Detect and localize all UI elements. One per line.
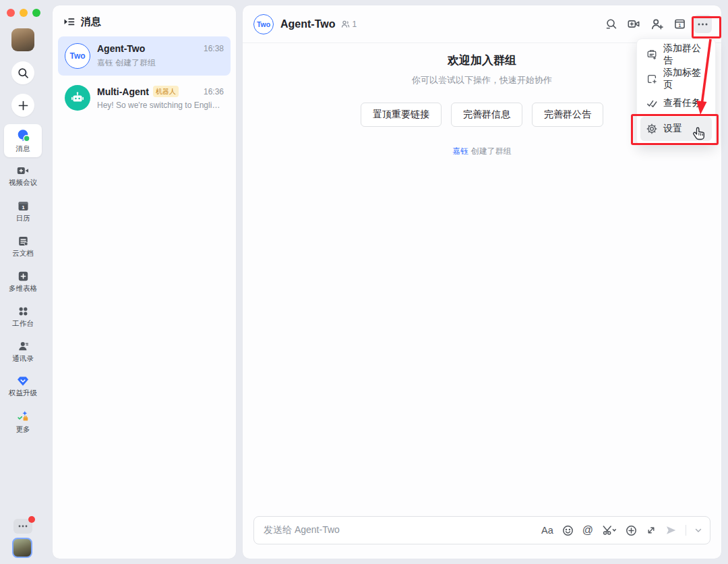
sidebar-item-messages[interactable]: 消息 — [4, 124, 42, 157]
chat-name: Agent-Two — [97, 43, 145, 54]
sidebar-item-workbench[interactable]: 工作台 — [4, 300, 42, 333]
ellipsis-icon — [18, 525, 28, 528]
person-add-icon — [651, 18, 663, 30]
chat-time: 16:38 — [204, 44, 224, 53]
sidebar-item-label: 消息 — [16, 144, 30, 154]
messages-icon — [16, 128, 30, 142]
contacts-icon — [18, 341, 29, 352]
sidebar-item-contacts[interactable]: 通讯录 — [4, 335, 42, 368]
upgrade-icon — [17, 376, 29, 387]
sidebar-item-label: 视频会议 — [9, 178, 37, 188]
window-controls — [7, 9, 40, 17]
search-button[interactable] — [11, 61, 34, 84]
settings-icon — [646, 123, 657, 134]
message-composer[interactable]: 发送给 Agent-Two Aa @ — [253, 516, 710, 544]
more-actions-menu: 添加群公告 添加标签页 查看任务 — [636, 38, 716, 146]
screenshot-icon[interactable] — [602, 525, 617, 536]
sidebar-item-label: 通讯录 — [12, 354, 34, 364]
svg-text:1: 1 — [679, 23, 681, 28]
minimize-button[interactable] — [20, 9, 28, 17]
complete-group-info-button[interactable]: 完善群信息 — [451, 103, 522, 127]
menu-item-label: 添加群公告 — [663, 43, 706, 67]
group-tab-button[interactable]: 1 — [671, 15, 689, 33]
menu-item-view-tasks[interactable]: 查看任务 — [637, 91, 715, 115]
collapse-list-icon[interactable] — [63, 17, 75, 27]
base-table-icon — [18, 271, 29, 282]
mention-icon[interactable]: @ — [582, 524, 593, 536]
complete-announcement-button[interactable]: 完善群公告 — [532, 103, 603, 127]
sidebar-item-more[interactable]: 更多 — [4, 405, 42, 438]
system-message-user[interactable]: 嘉钰 — [452, 146, 468, 156]
member-icon — [341, 20, 350, 28]
sidebar-nav: 消息 视频会议 1 日历 — [3, 124, 43, 438]
zoom-button[interactable] — [32, 9, 40, 17]
chat-list-panel: 消息 Two Agent-Two 16:38 嘉钰 创建了群组 — [53, 5, 236, 559]
tasks-icon — [646, 98, 657, 109]
robot-icon — [69, 90, 86, 106]
menu-item-add-announcement[interactable]: 添加群公告 — [637, 43, 715, 67]
app-sidebar: 消息 视频会议 1 日历 — [0, 0, 46, 564]
chat-avatar — [65, 85, 90, 111]
chat-avatar: Two — [65, 43, 90, 69]
sidebar-item-upgrade[interactable]: 权益升级 — [4, 370, 42, 403]
member-count-value: 1 — [352, 20, 357, 29]
ellipsis-icon — [698, 23, 708, 26]
chat-list-header: 消息 — [53, 5, 236, 36]
sidebar-more-button[interactable] — [13, 519, 32, 534]
menu-item-label: 设置 — [663, 123, 682, 135]
plus-icon — [18, 100, 29, 111]
sidebar-item-label: 多维表格 — [9, 284, 37, 293]
composer-toolbar: Aa @ — [541, 524, 702, 536]
chat-list-item-multi-agent[interactable]: Multi-Agent 机器人 16:36 Hey! So we're swit… — [58, 78, 231, 117]
menu-item-settings[interactable]: 设置 — [640, 117, 712, 141]
tab-calendar-icon: 1 — [674, 18, 686, 30]
chat-preview: Hey! So we're switching to English ... — [97, 101, 224, 110]
system-message-text: 创建了群组 — [468, 146, 511, 156]
sidebar-item-video-meeting[interactable]: 视频会议 — [4, 160, 42, 192]
bot-badge: 机器人 — [153, 86, 179, 97]
menu-item-label: 查看任务 — [663, 97, 701, 109]
svg-text:1: 1 — [22, 204, 25, 210]
avatar-label: Two — [257, 20, 270, 28]
more-apps-icon — [16, 410, 30, 423]
pin-links-button[interactable]: 置顶重要链接 — [361, 103, 442, 127]
conversation-title: Agent-Two — [280, 18, 335, 30]
header-actions: 1 — [602, 15, 712, 33]
avatar-label: Two — [69, 51, 85, 61]
chat-time: 16:36 — [204, 87, 224, 96]
docs-icon — [18, 235, 29, 247]
member-count[interactable]: 1 — [341, 20, 357, 29]
video-meeting-icon — [17, 165, 29, 176]
video-call-button[interactable] — [625, 15, 643, 33]
search-in-chat-button[interactable] — [602, 15, 620, 33]
user-avatar[interactable] — [11, 28, 34, 51]
menu-item-add-tab[interactable]: 添加标签页 — [637, 67, 715, 91]
message-input[interactable]: 发送给 Agent-Two — [264, 524, 340, 536]
menu-item-label: 添加标签页 — [663, 67, 706, 91]
emoji-icon[interactable] — [562, 525, 574, 536]
text-format-icon[interactable]: Aa — [541, 525, 553, 536]
sidebar-item-calendar[interactable]: 1 日历 — [4, 195, 42, 227]
group-avatar[interactable]: Two — [253, 14, 274, 34]
chat-list-title: 消息 — [81, 16, 101, 28]
app-account-avatar[interactable] — [12, 538, 32, 558]
search-icon — [18, 67, 29, 79]
chat-list-item-agent-two[interactable]: Two Agent-Two 16:38 嘉钰 创建了群组 — [58, 36, 231, 76]
attach-plus-icon[interactable] — [626, 525, 637, 536]
chat-preview: 嘉钰 创建了群组 — [97, 57, 224, 69]
expand-icon[interactable] — [646, 525, 657, 536]
system-message: 嘉钰 创建了群组 — [243, 146, 721, 157]
composer-divider — [686, 525, 686, 536]
create-button[interactable] — [11, 94, 34, 117]
more-actions-button[interactable] — [694, 15, 712, 33]
add-member-button[interactable] — [648, 15, 666, 33]
sidebar-item-docs[interactable]: 云文档 — [4, 230, 42, 262]
close-button[interactable] — [7, 9, 15, 17]
search-icon — [605, 18, 617, 30]
sidebar-item-base[interactable]: 多维表格 — [4, 265, 42, 298]
notification-badge — [28, 516, 35, 523]
sidebar-item-label: 云文档 — [12, 249, 34, 258]
send-icon[interactable] — [665, 525, 677, 536]
send-options-chevron-icon[interactable] — [695, 528, 702, 533]
workbench-icon — [18, 306, 29, 317]
